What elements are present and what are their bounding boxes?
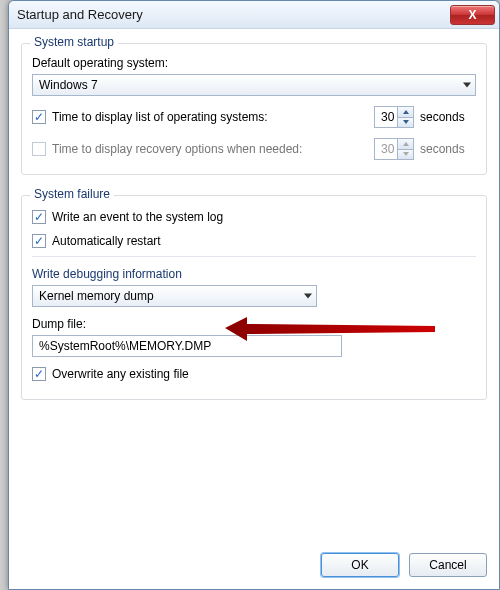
legend-debug-info: Write debugging information xyxy=(32,256,476,281)
spinner-recovery-value: 30 xyxy=(381,142,394,156)
spinner-os-list-value: 30 xyxy=(381,110,394,124)
label-overwrite: Overwrite any existing file xyxy=(52,367,189,381)
cancel-button-label: Cancel xyxy=(429,558,466,572)
legend-system-startup: System startup xyxy=(30,35,118,49)
spinner-controls xyxy=(397,107,413,127)
spinner-os-list-seconds[interactable]: 30 xyxy=(374,106,414,128)
label-default-os: Default operating system: xyxy=(32,56,476,70)
window-title: Startup and Recovery xyxy=(17,7,450,22)
checkbox-display-recovery[interactable] xyxy=(32,142,46,156)
cancel-button[interactable]: Cancel xyxy=(409,553,487,577)
combo-dump-type-value: Kernel memory dump xyxy=(39,289,154,303)
spinner-controls-disabled xyxy=(397,139,413,159)
chevron-down-icon xyxy=(463,83,471,88)
spinner-up-button-disabled xyxy=(398,139,413,149)
unit-seconds-recovery: seconds xyxy=(420,142,476,156)
combo-dump-type[interactable]: Kernel memory dump xyxy=(32,285,317,307)
spinner-recovery-seconds: 30 xyxy=(374,138,414,160)
triangle-down-icon xyxy=(403,120,409,124)
group-system-startup: System startup Default operating system:… xyxy=(21,43,487,175)
row-write-event: Write an event to the system log xyxy=(32,210,476,224)
input-dump-file[interactable]: %SystemRoot%\MEMORY.DMP xyxy=(32,335,342,357)
label-display-os-list: Time to display list of operating system… xyxy=(52,110,368,124)
chevron-down-icon xyxy=(304,294,312,299)
triangle-up-icon xyxy=(403,142,409,146)
checkbox-write-event[interactable] xyxy=(32,210,46,224)
unit-seconds: seconds xyxy=(420,110,476,124)
button-bar: OK Cancel xyxy=(9,545,499,589)
row-display-os-list: Time to display list of operating system… xyxy=(32,106,476,128)
spinner-down-button[interactable] xyxy=(398,117,413,128)
spinner-down-button-disabled xyxy=(398,149,413,160)
label-display-recovery: Time to display recovery options when ne… xyxy=(52,142,368,156)
input-dump-file-value: %SystemRoot%\MEMORY.DMP xyxy=(39,339,211,353)
row-display-recovery: Time to display recovery options when ne… xyxy=(32,138,476,160)
startup-recovery-dialog: Startup and Recovery X System startup De… xyxy=(8,0,500,590)
checkbox-overwrite[interactable] xyxy=(32,367,46,381)
spinner-up-button[interactable] xyxy=(398,107,413,117)
label-write-event: Write an event to the system log xyxy=(52,210,223,224)
group-system-failure: System failure Write an event to the sys… xyxy=(21,195,487,400)
label-dump-file: Dump file: xyxy=(32,317,476,331)
checkbox-display-os-list[interactable] xyxy=(32,110,46,124)
triangle-up-icon xyxy=(403,110,409,114)
combo-default-os-value: Windows 7 xyxy=(39,78,98,92)
combo-default-os[interactable]: Windows 7 xyxy=(32,74,476,96)
triangle-down-icon xyxy=(403,152,409,156)
checkbox-auto-restart[interactable] xyxy=(32,234,46,248)
titlebar[interactable]: Startup and Recovery X xyxy=(9,1,499,29)
row-auto-restart: Automatically restart xyxy=(32,234,476,248)
row-overwrite: Overwrite any existing file xyxy=(32,367,476,381)
ok-button-label: OK xyxy=(351,558,368,572)
dialog-body: System startup Default operating system:… xyxy=(9,29,499,432)
close-button[interactable]: X xyxy=(450,5,495,25)
label-auto-restart: Automatically restart xyxy=(52,234,161,248)
close-icon: X xyxy=(468,8,476,22)
ok-button[interactable]: OK xyxy=(321,553,399,577)
legend-system-failure: System failure xyxy=(30,187,114,201)
